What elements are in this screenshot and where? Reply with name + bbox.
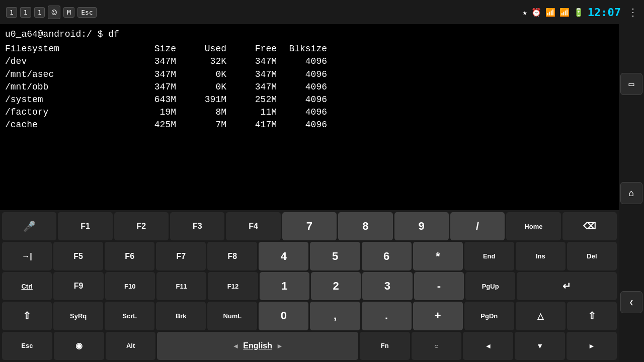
scrl-key[interactable]: ScrL [105,302,154,330]
f5-key[interactable]: F5 [53,242,103,270]
up-arrow-key[interactable]: △ [516,302,566,330]
cell-used: 391M [176,94,226,106]
dpad-right-key[interactable]: ► [567,332,617,360]
cell-fs: /mnt/obb [5,81,126,94]
cell-blk: 4096 [277,68,327,81]
notif-1: 1 [6,7,17,18]
cell-blk: 4096 [277,94,327,106]
battery-icon: 🔋 [574,8,584,17]
cell-fs: /dev [5,55,126,68]
num9-key[interactable]: 9 [394,212,449,240]
slash-key[interactable]: / [450,212,505,240]
back-button[interactable]: ❮ [620,291,642,313]
num7-key[interactable]: 7 [282,212,337,240]
num5-key[interactable]: 5 [310,242,360,270]
cell-size: 643M [126,94,176,106]
minus-key[interactable]: - [414,272,464,300]
circle-key[interactable]: ◉ [54,332,104,360]
language-key[interactable]: ◄ English ► [157,332,358,360]
dot-key[interactable]: . [362,302,412,330]
cell-blk: 4096 [277,119,327,131]
cell-free: 347M [226,68,277,81]
comma-key[interactable]: , [310,302,360,330]
f1-key[interactable]: F1 [58,212,112,240]
f6-key[interactable]: F6 [105,242,154,270]
keyboard-row-1: 🎤 F1 F2 F3 F4 7 8 9 / Home ⌫ [2,212,617,240]
notif-esc: Esc [77,7,96,18]
keyboard: 🎤 F1 F2 F3 F4 7 8 9 / Home ⌫ →| F5 F6 F7… [0,210,619,362]
circle2-key[interactable]: ○ [412,332,462,360]
tab-key[interactable]: →| [2,242,52,270]
f4-key[interactable]: F4 [226,212,280,240]
dpad-left-key[interactable]: ◄ [463,332,513,360]
right-sidebar: ▭ ⌂ ❮ [619,24,644,362]
shift-left-key[interactable]: ⇧ [2,302,52,330]
del-key[interactable]: Del [567,242,617,270]
f2-key[interactable]: F2 [114,212,169,240]
keyboard-bottom-row: Esc ◉ Alt ◄ English ► Fn ○ ◄ ▼ ► [2,332,617,360]
col-blksize: Blksize [277,43,327,55]
cell-blk: 4096 [277,106,327,119]
num0-key[interactable]: 0 [259,302,308,330]
col-filesystem: Filesystem [5,43,126,55]
f11-key[interactable]: F11 [156,272,206,300]
num2-key[interactable]: 2 [311,272,361,300]
num3-key[interactable]: 3 [362,272,412,300]
end-key[interactable]: End [464,242,514,270]
mic-key[interactable]: 🎤 [2,212,56,240]
recent-apps-button[interactable]: ▭ [620,73,642,95]
terminal-data-row: /dev 347M 32K 347M 4096 [5,55,614,68]
f10-key[interactable]: F10 [105,272,155,300]
num1-key[interactable]: 1 [260,272,309,300]
sysrq-key[interactable]: SyRq [53,302,103,330]
num8-key[interactable]: 8 [338,212,392,240]
cell-used: 7M [176,119,226,131]
alt-key[interactable]: Alt [106,332,156,360]
keyboard-row-2: →| F5 F6 F7 F8 4 5 6 * End Ins Del [2,242,617,270]
fn-key[interactable]: Fn [360,332,410,360]
terminal-data-row: /factory 19M 8M 11M 4096 [5,106,614,119]
cell-size: 425M [126,119,176,131]
cell-fs: /system [5,94,126,106]
keyboard-row-4: ⇧ SyRq ScrL Brk NumL 0 , . + PgDn △ ⇧ [2,302,617,330]
f9-key[interactable]: F9 [53,272,103,300]
f12-key[interactable]: F12 [208,272,258,300]
f3-key[interactable]: F3 [170,212,224,240]
home-key[interactable]: Home [506,212,560,240]
esc-key[interactable]: Esc [2,332,52,360]
plus-key[interactable]: + [413,302,463,330]
star-key[interactable]: * [413,242,463,270]
num4-key[interactable]: 4 [259,242,308,270]
cell-free: 11M [226,106,277,119]
overflow-menu[interactable]: ⋮ [628,6,638,18]
terminal-header-row: Filesystem Size Used Free Blksize [5,43,614,55]
ctrl-key[interactable]: Ctrl [2,272,52,300]
enter-key[interactable]: ↵ [517,272,617,300]
cell-free: 347M [226,81,277,94]
dpad-down-key[interactable]: ▼ [515,332,565,360]
pgdn-key[interactable]: PgDn [464,302,514,330]
backspace-key[interactable]: ⌫ [562,212,617,240]
brk-key[interactable]: Brk [156,302,206,330]
pgup-key[interactable]: PgUp [465,272,515,300]
lang-right-arrow: ► [276,342,283,350]
f7-key[interactable]: F7 [156,242,206,270]
cell-size: 347M [126,81,176,94]
cell-size: 347M [126,55,176,68]
home-button[interactable]: ⌂ [620,182,642,204]
notif-mail: M [63,7,74,18]
cell-fs: /mnt/asec [5,68,126,81]
cell-blk: 4096 [277,81,327,94]
cell-blk: 4096 [277,55,327,68]
cell-size: 347M [126,68,176,81]
terminal-output: Filesystem Size Used Free Blksize /dev 3… [5,43,614,131]
cell-used: 0K [176,68,226,81]
terminal-prompt: u0_a64@android:/ $ df [5,28,614,41]
numl-key[interactable]: NumL [207,302,257,330]
f8-key[interactable]: F8 [207,242,257,270]
shift-right-key[interactable]: ⇧ [567,302,617,330]
ins-key[interactable]: Ins [516,242,566,270]
signal-icon: 📶 [559,8,570,17]
num6-key[interactable]: 6 [362,242,412,270]
keyboard-row-3: Ctrl F9 F10 F11 F12 1 2 3 - PgUp ↵ [2,272,617,300]
